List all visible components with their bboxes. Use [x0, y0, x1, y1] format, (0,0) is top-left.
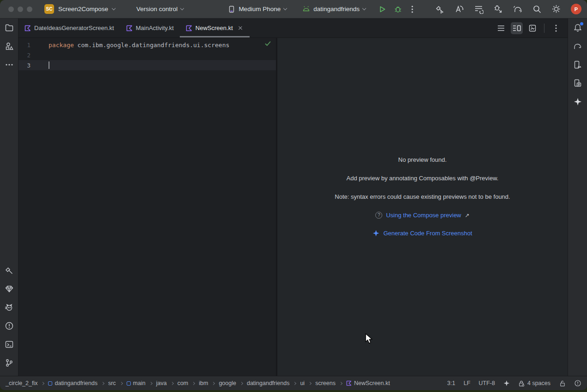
device-selector-label: Medium Phone [238, 6, 281, 12]
close-tab-icon[interactable] [237, 25, 244, 31]
chevron-down-icon [283, 6, 287, 10]
chevron-right-icon [101, 381, 104, 385]
module-icon [48, 381, 52, 386]
editor-options-kebab-icon[interactable] [550, 22, 562, 34]
right-tool-rail [568, 18, 587, 376]
editor-line-2: 2 [18, 50, 276, 60]
code-view-button[interactable] [495, 22, 507, 34]
zoom-window-button[interactable] [27, 6, 32, 12]
breadcrumb-item[interactable]: java [156, 380, 167, 386]
chevron-right-icon [339, 381, 342, 385]
breadcrumb-item[interactable]: main [127, 380, 146, 386]
line-number: 2 [18, 52, 31, 59]
write-access-unlock-icon[interactable] [559, 380, 566, 387]
window-controls [8, 6, 32, 12]
run-configuration-label: datingandfriends [313, 6, 360, 12]
notification-dot [580, 22, 583, 25]
left-tool-rail [0, 18, 18, 376]
build-tool-icon[interactable] [0, 261, 18, 280]
apply-changes-a-icon[interactable] [454, 4, 464, 14]
run-configuration-selector[interactable]: datingandfriends [302, 6, 366, 12]
breadcrumb-item[interactable]: google [219, 380, 236, 386]
chevron-right-icon [149, 381, 153, 385]
project-name: Screen2Compose [58, 6, 108, 12]
terminal-icon[interactable] [0, 335, 18, 354]
breadcrumb-item[interactable]: _circle_2_fix [6, 380, 37, 386]
design-view-button[interactable] [526, 22, 538, 34]
tab-mainactivity[interactable]: MainActivity.kt [120, 18, 180, 37]
sparkle-icon [373, 230, 379, 237]
chevron-right-icon [293, 381, 296, 385]
editor-line-3-current: 3 [18, 60, 276, 70]
minimize-window-button[interactable] [18, 6, 23, 12]
resource-manager-icon[interactable] [0, 37, 18, 55]
gradle-sync-icon[interactable] [513, 4, 523, 14]
list-refresh-icon[interactable] [474, 4, 483, 14]
vcs-widget[interactable]: Version control [136, 6, 183, 12]
breadcrumb-item[interactable]: com [177, 380, 189, 386]
gradle-elephant-icon[interactable] [569, 37, 587, 55]
running-devices-icon[interactable] [569, 55, 587, 74]
inspections-ok-check-icon[interactable] [265, 41, 271, 46]
indent-widget[interactable]: 4 spaces [518, 380, 550, 387]
keyword-package: package [49, 42, 74, 49]
status-info-icon[interactable] [574, 380, 581, 387]
gemini-status-sparkle-icon[interactable] [503, 380, 510, 386]
caret-position-widget[interactable]: 3:1 [447, 380, 455, 386]
code-editor[interactable]: 1 packagecom.ibm.google.datingandfriends… [18, 38, 276, 376]
device-manager-icon[interactable] [569, 74, 587, 92]
breadcrumb-item[interactable]: ui [300, 380, 305, 386]
gemini-sparkle-icon[interactable] [569, 92, 587, 111]
version-control-branch-icon[interactable] [0, 354, 18, 372]
build-hammer-icon[interactable] [435, 4, 445, 14]
breadcrumb-item[interactable]: ibm [199, 380, 208, 386]
editor-tab-bar: DateIdeasGeneratorScreen.kt MainActivity… [18, 18, 568, 38]
more-tool-windows-icon[interactable] [0, 55, 18, 74]
chevron-right-icon [192, 381, 195, 385]
project-folder-icon[interactable] [0, 18, 18, 37]
line-number: 3 [18, 62, 31, 69]
breadcrumb-item[interactable]: src [108, 380, 116, 386]
breadcrumb-item[interactable]: datingandfriends [48, 380, 97, 386]
tab-dateideasgeneratorscreen[interactable]: DateIdeasGeneratorScreen.kt [18, 18, 120, 37]
compose-preview-doc-link[interactable]: ? Using the Compose preview ↗ [375, 212, 470, 219]
chevron-right-icon [212, 381, 215, 385]
project-icon: SC [44, 4, 54, 14]
run-button[interactable] [378, 5, 387, 14]
indent-lock-gear-icon [518, 380, 525, 387]
more-actions-icon[interactable] [409, 5, 416, 13]
package-identifier: com.ibm.google.datingandfriends.ui.scree… [78, 42, 230, 49]
search-everywhere-icon[interactable] [532, 5, 542, 14]
doc-link-label: Using the Compose preview [386, 212, 461, 219]
preview-hint: Add preview by annotating Composables wi… [347, 175, 499, 182]
encoding-widget[interactable]: UTF-8 [479, 380, 495, 386]
user-avatar[interactable]: P [571, 4, 581, 14]
breadcrumb-item[interactable]: datingandfriends [247, 380, 289, 386]
gem-insights-icon[interactable] [0, 280, 18, 298]
split-view-button[interactable] [511, 22, 523, 34]
kotlin-file-icon [126, 25, 133, 31]
line-number: 1 [18, 42, 31, 49]
device-selector[interactable]: Medium Phone [228, 6, 287, 13]
close-window-button[interactable] [8, 6, 14, 12]
debug-button[interactable] [393, 5, 403, 14]
logcat-cat-icon[interactable] [0, 298, 18, 317]
chevron-right-icon [308, 381, 312, 385]
attach-debugger-icon[interactable] [493, 4, 503, 14]
question-circle-icon: ? [375, 212, 382, 219]
main-toolbar: SC Screen2Compose Version control Medium… [0, 0, 587, 18]
kotlin-file-icon [24, 25, 31, 31]
settings-gear-icon[interactable] [551, 4, 561, 14]
breadcrumb-item[interactable]: screens [315, 380, 336, 386]
tab-newscreen[interactable]: NewScreen.kt [180, 18, 250, 37]
chevron-down-icon [180, 6, 184, 10]
generate-code-from-screenshot-link[interactable]: Generate Code From Screenshot [373, 230, 472, 237]
status-bar: _circle_2_fix datingandfriends src main … [0, 376, 587, 390]
breadcrumb-item-file[interactable]: NewScreen.kt [346, 380, 390, 386]
divider [544, 24, 544, 33]
device-phone-icon [228, 6, 235, 13]
notifications-bell-icon[interactable] [569, 18, 587, 37]
line-separator-widget[interactable]: LF [464, 380, 471, 386]
problems-icon[interactable] [0, 317, 18, 335]
project-widget[interactable]: SC Screen2Compose [44, 4, 115, 14]
